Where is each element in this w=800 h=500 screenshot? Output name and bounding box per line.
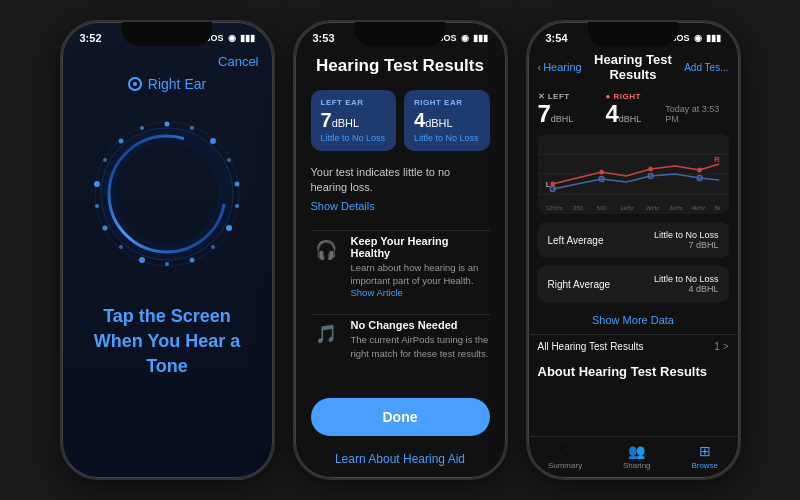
status-icons-3: SOS ◉ ▮▮▮ <box>670 33 720 43</box>
tab-bar: ♡ Summary 👥 Sharing ⊞ Browse <box>528 436 739 478</box>
test-date: Today at 3:53 PM <box>665 104 728 124</box>
svg-point-29 <box>550 182 555 187</box>
left-side-value: ✕ LEFT 7dBHL <box>538 92 574 126</box>
right-avg-value: Little to No Loss 4 dBHL <box>654 274 719 294</box>
phone-3: 3:54 SOS ◉ ▮▮▮ ‹ Hearing Hearing Test Re… <box>526 20 741 480</box>
waveform-circle[interactable] <box>87 114 247 274</box>
back-button[interactable]: ‹ Hearing <box>538 61 582 73</box>
summary-icon: ♡ <box>559 443 572 459</box>
status-time-3: 3:54 <box>546 32 568 44</box>
results-description: Your test indicates little to no hearing… <box>311 165 490 196</box>
airpods-icon: 🎵 <box>311 319 341 349</box>
section-label: All Hearing Test Results <box>538 341 644 352</box>
svg-point-8 <box>226 225 232 231</box>
info-item-hearing: 🎧 Keep Your Hearing Healthy Learn about … <box>311 235 490 299</box>
svg-point-1 <box>101 128 233 260</box>
phone2-content: Hearing Test Results LEFT EAR 7dBHL Litt… <box>295 48 506 478</box>
svg-text:R: R <box>714 155 720 164</box>
svg-point-6 <box>235 182 240 187</box>
browse-icon: ⊞ <box>699 443 711 459</box>
tab-sharing[interactable]: 👥 Sharing <box>623 443 651 470</box>
show-article-link[interactable]: Show Article <box>351 287 490 298</box>
learn-hearing-aid-link[interactable]: Learn About Hearing Aid <box>311 452 490 466</box>
left-ear-value: 7dBHL <box>321 109 387 131</box>
hearing-chart: L R 125Hz 250 500 1kHz 2kHz 3kHz 4kHz 8k <box>538 134 729 214</box>
summary-label: Summary <box>548 461 582 470</box>
status-time-2: 3:53 <box>313 32 335 44</box>
right-ear-status: Little to No Loss <box>414 133 480 143</box>
right-side-value: ● RIGHT 4dBHL <box>605 92 641 126</box>
phone-notch-3 <box>588 22 678 46</box>
tab-summary[interactable]: ♡ Summary <box>548 443 582 470</box>
svg-text:125Hz: 125Hz <box>545 205 562 211</box>
browse-label: Browse <box>691 461 718 470</box>
svg-point-2 <box>165 122 170 127</box>
svg-point-5 <box>227 158 231 162</box>
ear-cards: LEFT EAR 7dBHL Little to No Loss RIGHT E… <box>311 90 490 151</box>
sharing-icon: 👥 <box>628 443 645 459</box>
info-desc-1: Learn about how hearing is an important … <box>351 261 490 288</box>
svg-text:L: L <box>545 180 550 189</box>
svg-text:1kHz: 1kHz <box>620 205 633 211</box>
cancel-button[interactable]: Cancel <box>218 54 258 69</box>
add-test-button[interactable]: Add Tes... <box>684 62 728 73</box>
phone-notch-2 <box>355 22 445 46</box>
svg-point-16 <box>94 181 100 187</box>
right-value: 4dBHL <box>605 102 641 126</box>
svg-point-30 <box>599 170 604 175</box>
section-count: 1 > <box>714 341 728 352</box>
svg-text:250: 250 <box>573 205 583 211</box>
left-avg-value: Little to No Loss 7 dBHL <box>654 230 719 250</box>
status-icons-2: SOS ◉ ▮▮▮ <box>437 33 487 43</box>
right-avg-label: Right Average <box>548 279 611 290</box>
sharing-label: Sharing <box>623 461 651 470</box>
left-average-row: Left Average Little to No Loss 7 dBHL <box>538 222 729 258</box>
left-avg-label: Left Average <box>548 235 604 246</box>
show-details-link[interactable]: Show Details <box>311 200 490 212</box>
right-ear-value: 4dBHL <box>414 109 480 131</box>
left-ear-status: Little to No Loss <box>321 133 387 143</box>
tab-browse[interactable]: ⊞ Browse <box>691 443 718 470</box>
info-text-2: No Changes Needed The current AirPods tu… <box>351 319 490 360</box>
phone1-content: Cancel Right Ear <box>62 48 273 478</box>
svg-point-12 <box>139 257 145 263</box>
svg-point-15 <box>95 204 99 208</box>
right-ear-label: RIGHT EAR <box>414 98 480 107</box>
show-more-button[interactable]: Show More Data <box>528 306 739 334</box>
lr-values-row: ✕ LEFT 7dBHL ● RIGHT 4dBHL Today at 3:53… <box>528 88 739 130</box>
svg-point-14 <box>103 226 108 231</box>
info-desc-2: The current AirPods tuning is the right … <box>351 333 490 360</box>
ear-icon <box>128 77 142 91</box>
svg-point-13 <box>119 245 123 249</box>
svg-text:8k: 8k <box>714 205 720 211</box>
phone-1: 3:52 SOS ◉ ▮▮▮ Cancel Right Ear <box>60 20 275 480</box>
chart-svg: L R 125Hz 250 500 1kHz 2kHz 3kHz 4kHz 8k <box>538 134 729 214</box>
hearing-icon: 🎧 <box>311 235 341 265</box>
p3-title: Hearing Test Results <box>586 52 681 82</box>
svg-point-3 <box>190 126 194 130</box>
done-button[interactable]: Done <box>311 398 490 436</box>
info-title-2: No Changes Needed <box>351 319 490 331</box>
svg-text:500: 500 <box>596 205 606 211</box>
all-results-row[interactable]: All Hearing Test Results 1 > <box>528 334 739 358</box>
svg-point-10 <box>190 258 195 263</box>
waveform-svg <box>87 114 247 274</box>
left-value: 7dBHL <box>538 102 574 126</box>
status-icons-1: SOS ◉ ▮▮▮ <box>204 33 254 43</box>
divider-2 <box>311 314 490 315</box>
svg-point-18 <box>119 139 124 144</box>
svg-point-0 <box>95 122 239 266</box>
status-time-1: 3:52 <box>80 32 102 44</box>
phone-2: 3:53 SOS ◉ ▮▮▮ Hearing Test Results LEFT… <box>293 20 508 480</box>
svg-text:3kHz: 3kHz <box>669 205 682 211</box>
phone-notch <box>122 22 212 46</box>
divider-1 <box>311 230 490 231</box>
results-title: Hearing Test Results <box>311 56 490 76</box>
info-item-changes: 🎵 No Changes Needed The current AirPods … <box>311 319 490 360</box>
about-title: About Hearing Test Results <box>528 358 739 381</box>
tap-instruction[interactable]: Tap the Screen When You Hear a Tone <box>72 304 263 380</box>
svg-point-19 <box>140 126 144 130</box>
right-ear-indicator: Right Ear <box>128 76 206 92</box>
svg-point-4 <box>210 138 216 144</box>
left-ear-card: LEFT EAR 7dBHL Little to No Loss <box>311 90 397 151</box>
